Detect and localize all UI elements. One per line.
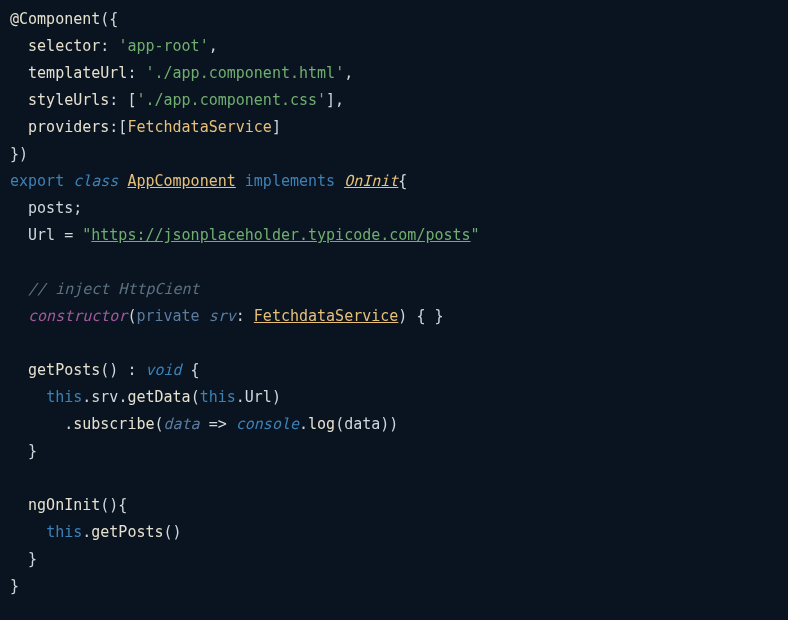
code-line: templateUrl: './app.component.html', [10, 64, 353, 82]
code-line: // inject HttpCient [10, 280, 200, 298]
code-line [10, 253, 19, 271]
code-line: @Component({ [10, 10, 118, 28]
code-line: providers:[FetchdataService] [10, 118, 281, 136]
code-line: }) [10, 145, 28, 163]
code-line [10, 469, 19, 487]
code-line: this.srv.getData(this.Url) [10, 388, 281, 406]
code-line: ngOnInit(){ [10, 496, 127, 514]
code-line: Url = "https://jsonplaceholder.typicode.… [10, 226, 480, 244]
code-line: export class AppComponent implements OnI… [10, 172, 407, 190]
code-line: getPosts() : void { [10, 361, 200, 379]
code-line [10, 334, 19, 352]
code-line: styleUrls: ['./app.component.css'], [10, 91, 344, 109]
code-line: this.getPosts() [10, 523, 182, 541]
code-line: } [10, 577, 19, 595]
code-line: selector: 'app-root', [10, 37, 218, 55]
code-editor[interactable]: @Component({ selector: 'app-root', templ… [10, 6, 778, 600]
code-line: .subscribe(data => console.log(data)) [10, 415, 398, 433]
code-line: constructor(private srv: FetchdataServic… [10, 307, 444, 325]
code-line: } [10, 442, 37, 460]
code-line: } [10, 550, 37, 568]
code-line: posts; [10, 199, 82, 217]
